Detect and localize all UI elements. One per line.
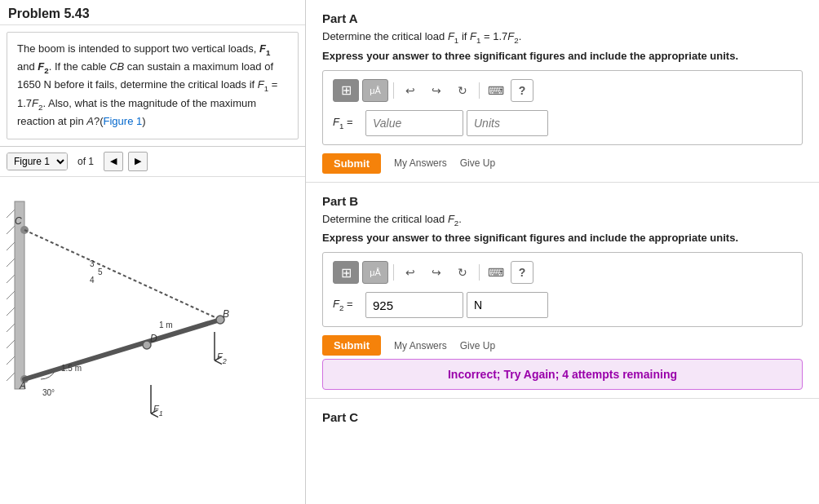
svg-line-7 [7,307,15,316]
part-b-section: Part B Determine the critical load F2. E… [306,183,819,400]
part-b-instruction: Express your answer to three significant… [322,232,803,244]
mu-icon: μÅ [370,86,381,95]
part-b-toolbar: ⊞ μÅ ↩ ↪ ↻ ⌨ ? [333,261,792,284]
toolbar-sep-1 [393,82,394,99]
svg-line-2 [7,226,15,234]
svg-text:C: C [15,215,22,227]
part-b-title: Part B [322,194,803,208]
svg-line-3 [7,242,15,250]
svg-line-8 [7,324,15,332]
svg-text:1 m: 1 m [159,321,173,329]
part-a-title: Part A [322,11,803,25]
part-b-action-row: Submit My Answers Give Up [322,335,803,356]
part-a-toolbar: ⊞ μÅ ↩ ↪ ↻ ⌨ ? [333,79,792,102]
part-a-value-input[interactable] [365,110,463,136]
part-a-give-up-link[interactable]: Give Up [460,157,495,169]
part-a-input-row: F1 = [333,110,792,136]
left-panel: Problem 5.43 The boom is intended to sup… [0,0,306,504]
svg-text:A: A [19,380,26,391]
part-b-submit-button[interactable]: Submit [322,335,381,356]
figure-svg: A C B D 30° 1.5 m 1 m 3 5 4 F1 F2 [0,177,277,422]
svg-text:3: 3 [90,259,95,268]
svg-text:F1: F1 [153,404,163,418]
figure-selector[interactable]: Figure 1 [7,153,68,170]
part-b-undo-button[interactable]: ↩ [399,261,422,284]
svg-line-14 [24,320,220,379]
part-a-refresh-button[interactable]: ↻ [451,79,474,102]
svg-line-15 [24,230,220,320]
svg-text:1.5 m: 1.5 m [61,364,82,373]
toolbar-sep-2 [479,82,480,99]
part-b-input-label: F2 = [333,298,362,312]
part-b-feedback-banner: Incorrect; Try Again; 4 attempts remaini… [322,359,803,390]
part-a-my-answers-link[interactable]: My Answers [394,157,447,169]
part-b-redo-button[interactable]: ↪ [425,261,448,284]
part-c-section: Part C [306,399,819,437]
part-a-redo-button[interactable]: ↪ [425,79,448,102]
figure-select-dropdown[interactable]: Figure 1 [7,153,67,170]
figure-prev-button[interactable]: ◀ [104,152,123,171]
part-b-my-answers-link[interactable]: My Answers [394,340,447,351]
part-a-matrix-button[interactable]: ⊞ [333,79,359,102]
toolbar-sep-4 [479,264,480,281]
part-b-matrix-button[interactable]: ⊞ [333,261,359,284]
mu-icon-b: μÅ [370,267,381,277]
part-b-mu-button[interactable]: μÅ [362,261,388,284]
part-a-submit-button[interactable]: Submit [322,153,381,174]
part-a-answer-box: ⊞ μÅ ↩ ↪ ↻ ⌨ ? F1 = [322,70,803,145]
svg-line-1 [7,210,15,218]
part-a-mu-button[interactable]: μÅ [362,79,388,102]
part-a-action-row: Submit My Answers Give Up [322,153,803,174]
svg-line-4 [7,259,15,267]
figure-next-button[interactable]: ▶ [128,152,148,171]
part-a-undo-button[interactable]: ↩ [399,79,422,102]
part-a-question: Determine the critical load F1 if F1 = 1… [322,30,803,45]
svg-line-9 [7,340,15,348]
part-b-units-input[interactable] [467,292,548,318]
svg-text:B: B [223,308,229,320]
problem-text: The boom is intended to support two vert… [17,42,277,127]
figure-of-label: of 1 [73,154,99,169]
matrix-icon-b: ⊞ [341,265,352,281]
svg-line-6 [7,291,15,299]
part-a-units-input[interactable] [467,110,548,136]
figure-area: A C B D 30° 1.5 m 1 m 3 5 4 F1 F2 [0,176,305,504]
svg-text:F2: F2 [217,351,227,365]
part-b-help-button[interactable]: ? [511,261,533,284]
figure-link[interactable]: Figure 1 [104,115,143,127]
right-panel: Part A Determine the critical load F1 if… [306,0,819,504]
svg-line-10 [7,356,15,365]
part-b-answer-box: ⊞ μÅ ↩ ↪ ↻ ⌨ ? F2 = [322,252,803,327]
matrix-icon: ⊞ [341,82,352,98]
part-c-title: Part C [322,410,803,424]
part-a-input-label: F1 = [333,116,362,130]
part-a-section: Part A Determine the critical load F1 if… [306,0,819,183]
part-b-give-up-link[interactable]: Give Up [460,340,495,351]
part-a-instruction: Express your answer to three significant… [322,50,803,62]
part-a-keyboard-button[interactable]: ⌨ [485,79,507,102]
toolbar-sep-3 [393,264,394,281]
svg-line-11 [7,373,15,381]
svg-text:D: D [150,333,157,344]
part-b-refresh-button[interactable]: ↻ [451,261,474,284]
svg-text:4: 4 [90,276,95,285]
part-b-input-row: F2 = [333,292,792,318]
svg-text:30°: 30° [42,388,55,397]
part-a-help-button[interactable]: ? [511,79,533,102]
part-b-question: Determine the critical load F2. [322,213,803,228]
svg-line-5 [7,275,15,283]
part-b-keyboard-button[interactable]: ⌨ [485,261,507,284]
svg-text:5: 5 [98,267,103,276]
problem-description: The boom is intended to support two vert… [7,32,299,139]
problem-title: Problem 5.43 [0,0,305,25]
figure-controls: Figure 1 of 1 ◀ ▶ [0,146,305,176]
part-b-value-input[interactable] [365,292,463,318]
